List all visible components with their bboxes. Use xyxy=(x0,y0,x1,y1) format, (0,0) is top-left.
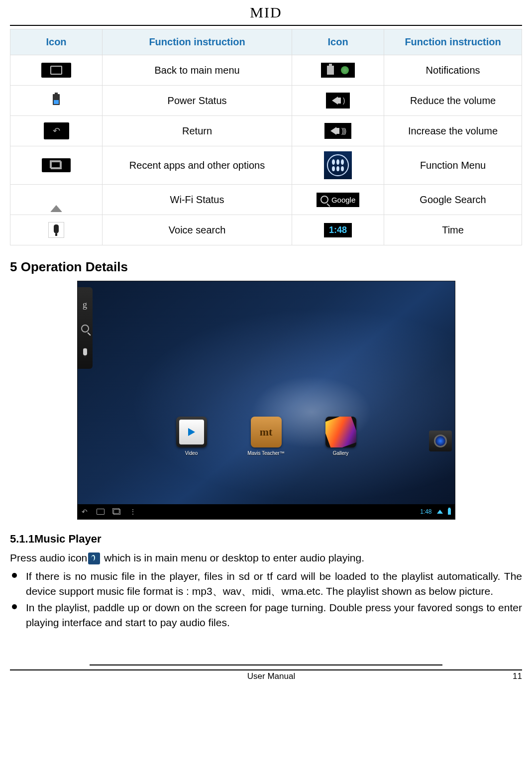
screenshot-app-video: Video xyxy=(171,417,212,456)
sub-heading-music-player: 5.1.1Music Player xyxy=(10,533,522,546)
footer-title: User Manual xyxy=(30,671,513,681)
desc-power-status: Power Status xyxy=(103,86,292,116)
home-icon xyxy=(41,63,71,78)
desc-voice-search: Voice search xyxy=(103,215,292,245)
nav-back-icon: ↶ xyxy=(82,508,88,516)
table-row: Voice search 1:48 Time xyxy=(10,215,522,245)
battery-icon xyxy=(53,94,60,105)
nav-home-icon xyxy=(97,509,105,515)
document-header-title: MID xyxy=(10,4,522,22)
bullet-item-2: In the playlist, paddle up or down on th… xyxy=(10,600,522,630)
wifi-icon xyxy=(50,194,62,212)
nav-menu-icon: ⋮ xyxy=(129,508,136,516)
table-row: Back to main menu Notifications xyxy=(10,55,522,86)
bullet-dot-icon xyxy=(12,573,17,578)
table-row: Recent apps and other options Function M… xyxy=(10,146,522,185)
page-footer: User Manual 11 xyxy=(10,664,522,681)
desc-function-menu: Function Menu xyxy=(384,146,522,185)
voice-search-icon xyxy=(48,222,64,238)
header-rule xyxy=(10,25,522,26)
desc-back-main: Back to main menu xyxy=(103,55,292,86)
desc-return: Return xyxy=(103,116,292,146)
table-row: ↶ Return ))) Increase the volume xyxy=(10,116,522,146)
screenshot-nav-bar: ↶ ⋮ 1:48 xyxy=(78,504,455,519)
th-icon-2: Icon xyxy=(292,29,384,55)
audio-app-icon xyxy=(88,552,100,564)
time-icon: 1:48 xyxy=(324,223,352,237)
footer-page-number: 11 xyxy=(513,671,522,681)
table-row: Wi-Fi Status Google Google Search xyxy=(10,185,522,215)
recent-apps-icon xyxy=(42,158,71,172)
google-search-icon: Google xyxy=(317,193,359,207)
nav-battery-icon xyxy=(448,509,451,515)
press-audio-line: Press audio icon which is in main menu o… xyxy=(10,551,522,565)
function-menu-icon xyxy=(324,151,352,179)
screenshot-camera-widget xyxy=(429,431,452,451)
tablet-screenshot: g Video mt Mavis Teacher™ Gallery xyxy=(77,281,455,520)
notifications-icon xyxy=(321,63,355,78)
th-func-1: Function instruction xyxy=(103,29,292,55)
th-icon-1: Icon xyxy=(10,29,103,55)
desc-recent-apps: Recent apps and other options xyxy=(103,146,292,185)
desc-wifi-status: Wi-Fi Status xyxy=(103,185,292,215)
table-row: Power Status ) Reduce the volume xyxy=(10,86,522,116)
screenshot-search-sidebar: g xyxy=(78,287,93,369)
nav-recent-icon xyxy=(113,509,120,515)
screenshot-app-gallery: Gallery xyxy=(320,417,361,456)
desc-time: Time xyxy=(384,215,522,245)
desc-increase-volume: Increase the volume xyxy=(384,116,522,146)
desc-reduce-volume: Reduce the volume xyxy=(384,86,522,116)
desc-notifications: Notifications xyxy=(384,55,522,86)
th-func-2: Function instruction xyxy=(384,29,522,55)
volume-down-icon: ) xyxy=(326,93,350,109)
nav-clock: 1:48 xyxy=(420,508,431,515)
volume-up-icon: ))) xyxy=(324,123,351,139)
desc-google-search: Google Search xyxy=(384,185,522,215)
return-icon: ↶ xyxy=(44,122,69,139)
nav-wifi-icon xyxy=(437,510,443,514)
bullet-dot-icon xyxy=(12,604,17,609)
bullet-item-1: If there is no music file in the player,… xyxy=(10,569,522,598)
icon-function-table: Icon Function instruction Icon Function … xyxy=(10,29,522,245)
screenshot-app-mt: mt Mavis Teacher™ xyxy=(246,417,287,456)
section-heading-operation-details: 5 Operation Details xyxy=(10,259,522,275)
